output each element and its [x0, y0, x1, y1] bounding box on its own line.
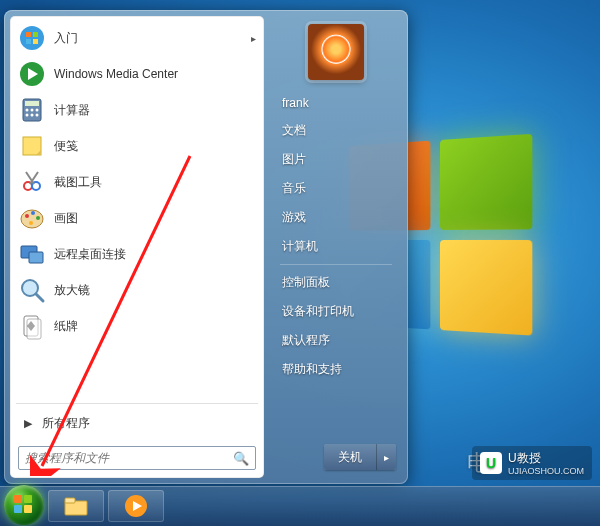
windows-flag-icon	[14, 495, 34, 515]
svg-rect-32	[65, 498, 75, 503]
svg-point-0	[20, 26, 44, 50]
remote-desktop-icon	[18, 240, 46, 268]
program-item-remote-desktop[interactable]: 远程桌面连接	[12, 236, 262, 272]
svg-rect-1	[26, 32, 31, 37]
svg-rect-2	[33, 32, 38, 37]
svg-point-13	[36, 114, 39, 117]
shutdown-row: 关机 ▸	[274, 440, 398, 472]
start-menu-left-panel: 入门 ▸ Windows Media Center 计算器 便笺 截图工具 画图…	[10, 16, 264, 478]
start-menu-right-panel: frank 文档图片音乐游戏计算机 控制面板设备和打印机默认程序帮助和支持 关机…	[264, 16, 402, 478]
svg-point-11	[26, 114, 29, 117]
right-panel-item[interactable]: 计算机	[274, 232, 398, 261]
search-row: 🔍	[10, 440, 264, 478]
right-panel-item[interactable]: 文档	[274, 116, 398, 145]
right-panel-item[interactable]: 图片	[274, 145, 398, 174]
svg-rect-29	[27, 319, 41, 339]
svg-point-8	[26, 109, 29, 112]
svg-line-27	[36, 294, 43, 301]
user-avatar[interactable]	[308, 24, 364, 80]
right-panel-item[interactable]: 帮助和支持	[274, 355, 398, 384]
program-item-getting-started[interactable]: 入门 ▸	[12, 20, 262, 56]
program-list: 入门 ▸ Windows Media Center 计算器 便笺 截图工具 画图…	[10, 16, 264, 401]
svg-rect-7	[25, 101, 39, 106]
search-input[interactable]	[25, 451, 233, 465]
svg-rect-4	[33, 39, 38, 44]
svg-point-20	[25, 214, 29, 218]
paint-icon	[18, 204, 46, 232]
calculator-icon	[18, 96, 46, 124]
program-label: 截图工具	[54, 174, 102, 191]
svg-point-21	[31, 211, 35, 215]
svg-rect-3	[26, 39, 31, 44]
divider	[280, 264, 392, 265]
program-label: 放大镜	[54, 282, 90, 299]
program-item-snipping-tool[interactable]: 截图工具	[12, 164, 262, 200]
search-icon: 🔍	[233, 451, 249, 466]
watermark-brand: U教授	[508, 451, 541, 465]
right-panel-item[interactable]: 游戏	[274, 203, 398, 232]
shutdown-button-group: 关机 ▸	[324, 444, 396, 470]
search-box[interactable]: 🔍	[18, 446, 256, 470]
solitaire-icon	[18, 312, 46, 340]
all-programs-button[interactable]: ▶ 所有程序	[14, 408, 260, 438]
start-button[interactable]	[4, 485, 44, 525]
watermark-logo-icon: U	[480, 452, 502, 474]
avatar-container	[274, 24, 398, 80]
magnifier-icon	[18, 276, 46, 304]
program-label: Windows Media Center	[54, 67, 178, 81]
program-label: 计算器	[54, 102, 90, 119]
shutdown-button[interactable]: 关机	[324, 444, 376, 470]
media-center-icon	[18, 60, 46, 88]
program-item-paint[interactable]: 画图	[12, 200, 262, 236]
shutdown-options-button[interactable]: ▸	[376, 444, 396, 470]
taskbar	[0, 486, 600, 526]
media-player-icon	[124, 494, 148, 518]
snipping-tool-icon	[18, 168, 46, 196]
program-item-solitaire[interactable]: 纸牌	[12, 308, 262, 344]
sticky-notes-icon	[18, 132, 46, 160]
taskbar-explorer-button[interactable]	[48, 490, 104, 522]
program-item-media-center[interactable]: Windows Media Center	[12, 56, 262, 92]
triangle-right-icon: ▶	[24, 417, 32, 430]
program-item-magnifier[interactable]: 放大镜	[12, 272, 262, 308]
right-panel-item[interactable]: 音乐	[274, 174, 398, 203]
svg-rect-25	[29, 252, 43, 263]
program-label: 便笺	[54, 138, 78, 155]
svg-rect-14	[23, 137, 41, 155]
right-panel-item[interactable]: 默认程序	[274, 326, 398, 355]
watermark-url: UJIAOSHOU.COM	[508, 467, 584, 476]
program-label: 画图	[54, 210, 78, 227]
watermark: U U教授 UJIAOSHOU.COM	[472, 446, 592, 480]
svg-point-12	[31, 114, 34, 117]
divider	[16, 403, 258, 404]
svg-point-10	[36, 109, 39, 112]
folder-icon	[63, 495, 89, 517]
program-item-sticky-notes[interactable]: 便笺	[12, 128, 262, 164]
getting-started-icon	[18, 24, 46, 52]
program-label: 纸牌	[54, 318, 78, 335]
program-item-calculator[interactable]: 计算器	[12, 92, 262, 128]
taskbar-media-player-button[interactable]	[108, 490, 164, 522]
svg-point-9	[31, 109, 34, 112]
right-panel-item[interactable]: 控制面板	[274, 268, 398, 297]
start-menu: 入门 ▸ Windows Media Center 计算器 便笺 截图工具 画图…	[4, 10, 408, 484]
user-name-item[interactable]: frank	[274, 90, 398, 116]
svg-point-23	[29, 221, 33, 225]
program-label: 远程桌面连接	[54, 246, 126, 263]
all-programs-label: 所有程序	[42, 415, 90, 432]
program-label: 入门	[54, 30, 78, 47]
right-panel-item[interactable]: 设备和打印机	[274, 297, 398, 326]
svg-point-22	[36, 216, 40, 220]
submenu-arrow-icon: ▸	[251, 33, 256, 44]
